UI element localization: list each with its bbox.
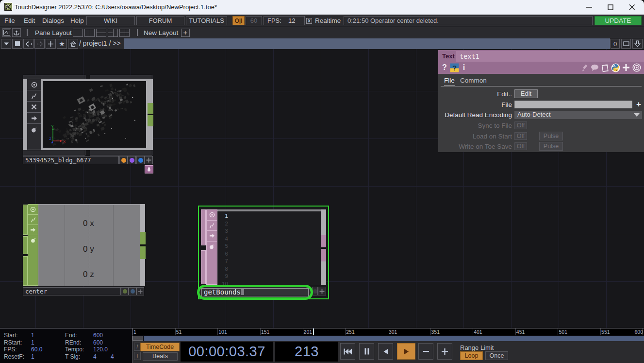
export-flag[interactable] (207, 231, 217, 242)
bypass-flag[interactable] (27, 90, 41, 102)
step-back-button[interactable] (418, 343, 433, 360)
menu-help[interactable]: Help (70, 17, 84, 24)
load-toggle[interactable]: Off (514, 132, 527, 140)
maximize-button[interactable] (600, 0, 621, 15)
python-help-button[interactable]: ? (449, 63, 459, 72)
add-parameter-button[interactable] (621, 63, 631, 72)
output-connector[interactable] (321, 249, 326, 261)
update-button[interactable]: UPDATE (594, 16, 642, 25)
pause-button[interactable] (359, 343, 374, 360)
node-rename-input[interactable]: getBounds (201, 288, 309, 296)
info-button[interactable]: i (461, 63, 467, 72)
flag-add[interactable] (318, 287, 326, 295)
field-value[interactable]: 1 (31, 353, 34, 360)
timecode-mode-button[interactable]: TimeCode (140, 343, 180, 351)
field-value[interactable]: 1 (31, 332, 34, 339)
flag-add[interactable] (136, 287, 144, 295)
field-value[interactable]: 600 (93, 339, 103, 346)
write-pulse-button[interactable]: Pulse (539, 142, 563, 151)
flag-blue[interactable] (136, 156, 145, 164)
file-input[interactable] (514, 101, 632, 108)
output-connector[interactable] (140, 246, 146, 259)
node-name-center[interactable]: center (23, 287, 121, 295)
display-toggle-button[interactable] (621, 39, 631, 49)
close-button[interactable] (621, 0, 643, 15)
input-connector[interactable] (23, 236, 28, 254)
display-flag[interactable] (207, 210, 217, 221)
menu-file[interactable]: File (4, 17, 15, 24)
help-button[interactable]: ? (440, 63, 449, 72)
add-pane-button[interactable] (46, 39, 56, 49)
encoding-dropdown[interactable]: Auto-Detect (514, 111, 642, 119)
layout-three-pane-button[interactable] (108, 29, 118, 37)
back-button[interactable] (23, 39, 33, 49)
output-connector[interactable] (140, 232, 146, 244)
sync-toggle[interactable]: Off (514, 121, 527, 129)
field-value[interactable]: 4 (93, 353, 97, 360)
menu-edit[interactable]: Edit (24, 17, 35, 24)
display-flag[interactable] (28, 205, 38, 215)
file-add-icon[interactable]: + (634, 100, 643, 109)
range-bar[interactable] (144, 336, 644, 341)
forward-button[interactable] (34, 39, 45, 49)
timeline-ruler[interactable]: 151101151201251301351401451501551600 (132, 328, 644, 335)
node-bldg-viewer[interactable]: y x z (23, 79, 153, 150)
immune-flag[interactable] (207, 242, 217, 252)
display-flag[interactable] (27, 79, 41, 90)
node-center-viewer[interactable]: 0 x 0 y 0 z (38, 204, 140, 286)
abs-frame-button[interactable]: / (134, 343, 141, 351)
play-reverse-button[interactable] (378, 343, 393, 360)
flag-green-dim[interactable] (121, 287, 129, 295)
forum-button[interactable]: FORUM (136, 16, 184, 25)
comment-button[interactable] (590, 63, 599, 72)
input-connector[interactable] (23, 205, 28, 235)
input-connector[interactable] (23, 256, 28, 286)
layout-split-horizontal-button[interactable] (96, 29, 106, 37)
realtime-checkbox[interactable]: x (306, 18, 312, 24)
render-flag[interactable] (27, 102, 41, 113)
load-pulse-button[interactable]: Pulse (539, 132, 563, 140)
layout-split-vertical-button[interactable] (84, 29, 95, 37)
step-forward-button[interactable] (437, 343, 452, 360)
field-value[interactable]: 60.0 (31, 346, 42, 353)
field-value[interactable]: 600 (93, 332, 103, 339)
layout-single-button[interactable] (73, 29, 83, 37)
node-viewport[interactable]: y x z (43, 81, 146, 148)
breadcrumb[interactable]: / project1 / >> (79, 39, 121, 47)
parameter-mode-button[interactable] (632, 63, 642, 72)
output-connector[interactable] (148, 115, 153, 126)
dock-button[interactable] (12, 28, 21, 37)
home-button[interactable] (68, 39, 78, 49)
minimize-button[interactable] (578, 0, 600, 15)
tab-file[interactable]: File (444, 77, 455, 86)
write-toggle[interactable]: Off (514, 142, 527, 150)
output-connector[interactable] (148, 103, 153, 114)
once-button[interactable]: Once (485, 351, 508, 360)
field-value2[interactable]: 4 (111, 353, 114, 360)
menu-dialogs[interactable]: Dialogs (42, 17, 64, 24)
flag-blue-dim[interactable] (129, 287, 136, 295)
add-layout-button[interactable]: + (181, 29, 190, 37)
input-connector[interactable] (201, 209, 206, 245)
edit-comment-button[interactable] (580, 63, 590, 72)
bypass-flag[interactable] (207, 221, 217, 231)
flag-purple[interactable] (128, 156, 136, 164)
copy-parameters-button[interactable] (600, 63, 610, 72)
wiki-button[interactable]: WIKI (86, 16, 135, 25)
text-dat-viewer[interactable]: 12345678910 (217, 209, 321, 285)
tutorials-button[interactable]: TUTORIALS (186, 16, 227, 25)
network-editor[interactable]: y x z 53394525_bldg_6677 (0, 49, 644, 328)
edit-button[interactable]: Edit (514, 89, 538, 98)
python-expressions-button[interactable] (611, 63, 620, 72)
bypass-flag[interactable] (28, 215, 38, 225)
operator-name-field[interactable]: text1 (456, 51, 644, 62)
play-button[interactable] (397, 343, 415, 360)
pane-menu-button[interactable] (1, 39, 11, 49)
layout-quad-button[interactable] (119, 29, 130, 37)
export-flag[interactable] (27, 113, 41, 124)
flag-orange[interactable] (119, 156, 128, 164)
tab-common[interactable]: Common (460, 77, 487, 84)
immune-flag[interactable] (28, 235, 38, 245)
rewind-button[interactable] (340, 343, 355, 360)
flag-add[interactable] (145, 156, 153, 164)
